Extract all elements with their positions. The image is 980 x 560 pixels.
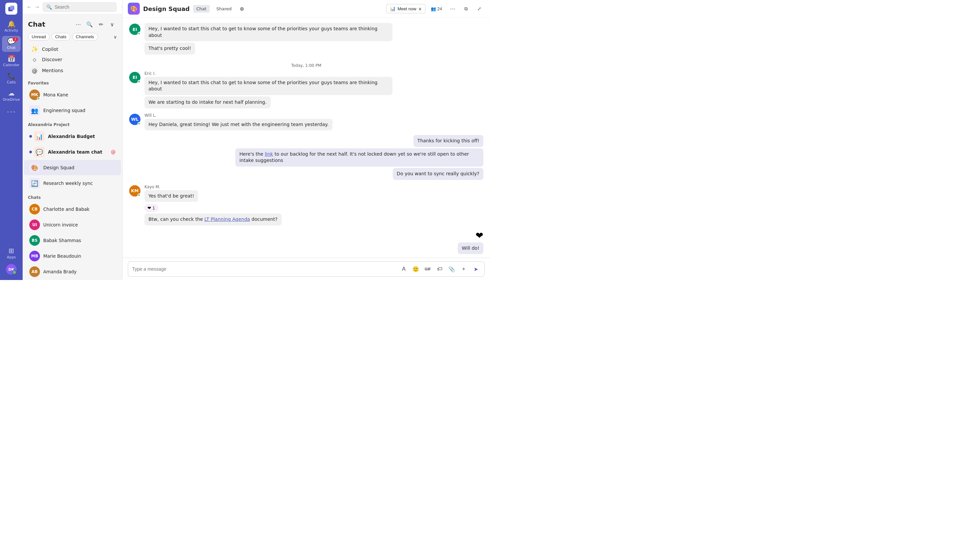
msg-content-eric: Eric I. Hey, I wanted to start this chat… [144,71,393,108]
backlog-link[interactable]: link [265,151,273,157]
chat-item-engineering[interactable]: 👥 Engineering squad [24,103,121,118]
alex-team-name: Alexandria team chat [48,149,107,155]
engineering-avatar: 👥 [29,105,40,116]
online-indicator [137,32,140,35]
chat-more-button[interactable]: ⋯ [447,3,458,14]
copilot-item[interactable]: ✨ Copilot [25,43,119,55]
message-group-will: WL Will L. Hey Daniela, great timing! We… [129,113,483,131]
project-label: Alexandria Project [23,118,122,128]
teams-logo[interactable] [5,3,17,15]
discover-item[interactable]: ◇ Discover [25,55,119,64]
chat-item-charlotte[interactable]: CB Charlotte and Babak [24,202,121,217]
online-indicator-will [137,122,140,125]
expand-button[interactable]: ⤢ [474,3,485,14]
mentions-label: Mentions [42,68,63,73]
filter-expand-button[interactable]: ∨ [114,34,117,40]
chat-item-alex-team[interactable]: 💬 Alexandria team chat @ [24,144,121,160]
gif-button[interactable]: GIF [423,264,432,274]
messages-area: EI Hey, I wanted to start this chat to g… [122,18,490,258]
sidebar-actions: ⋯ 🔍 ✏ ∨ [74,20,117,29]
filter-channels[interactable]: Channels [72,33,98,40]
rail-label-calendar: Calendar [3,63,19,67]
shared-tab[interactable]: Shared [213,5,235,13]
chat-item-design-squad[interactable]: 🎨 Design Squad [24,160,121,175]
msg-bubble-eric-2: We are starting to do intake for next ha… [144,97,271,108]
forward-button[interactable]: → [35,2,40,12]
participants-button[interactable]: 👥 24 [428,5,445,13]
alex-budget-name: Alexandria Budget [48,134,115,139]
msg-bubble-1a: Hey, I wanted to start this chat to get … [144,23,393,41]
search-input[interactable] [55,4,113,10]
user-avatar[interactable]: DK [6,264,17,275]
filter-chats[interactable]: Chats [52,33,70,40]
rail-label-apps: Apps [7,255,16,259]
rail-item-more[interactable]: ··· [2,107,21,118]
design-squad-avatar: 🎨 [29,162,40,173]
online-indicator-kayo [137,193,140,197]
msg-bubble-1b: That's pretty cool! [144,43,195,55]
chat-tab[interactable]: Chat [193,5,210,13]
rail-item-calls[interactable]: 📞 Calls [2,70,21,87]
sidebar: ← → 🔍 ⋯ DK − □ ✕ Chat ⋯ 🔍 ✏ ∨ [23,0,122,280]
sticker-button[interactable]: 🏷 [435,264,445,274]
charlotte-avatar: CB [29,204,40,215]
sidebar-search-button[interactable]: 🔍 [85,20,94,29]
chat-item-marie[interactable]: MB Marie Beaudouin [24,248,121,264]
msg-avatar-will: WL [129,114,140,125]
msg-content-self1: Thanks for kicking this off! Here's the … [235,135,483,180]
chat-item-unicorn[interactable]: UI Unicorn invoice [24,217,121,232]
amanda-name: Amanda Brady [43,269,115,274]
reaction-heart[interactable]: ❤ 1 [144,205,158,212]
popout-button[interactable]: ⧉ [461,3,472,14]
chat-item-alex-budget[interactable]: 📊 Alexandria Budget [24,129,121,144]
calls-icon: 📞 [7,72,16,79]
rail-item-chat[interactable]: 💬 2 Chat [2,36,21,52]
calendar-icon: 📅 [7,55,16,62]
msg-content-earlier: Hey, I wanted to start this chat to get … [144,23,393,55]
chats-label: Chats [23,191,122,201]
sidebar-expand-button[interactable]: ∨ [107,20,117,29]
emoji-button[interactable]: 🙂 [411,264,420,274]
alex-team-avatar: 💬 [34,147,45,157]
user-initials: DK [8,267,14,272]
rail-bottom: ⊞ Apps DK [2,245,21,277]
add-tab-button[interactable]: ⊕ [238,4,245,13]
chat-item-mona[interactable]: MK Mona Kane [24,87,121,102]
attach-button[interactable]: 📎 [447,264,457,274]
svg-rect-2 [10,6,14,10]
send-button[interactable]: ➤ [471,264,480,274]
lt-planning-link[interactable]: LT Planning Agenda [204,217,250,222]
rail-item-calendar[interactable]: 📅 Calendar [2,53,21,69]
online-indicator-ei [137,80,140,83]
mentions-item[interactable]: @ Mentions [25,65,119,77]
research-avatar: 🔄 [29,178,40,188]
teams-label: Teams and channels [23,280,122,280]
add-button[interactable]: + [459,264,468,274]
chat-item-babak[interactable]: BS Babak Shammas [24,233,121,248]
filter-unread[interactable]: Unread [28,33,50,40]
rail-item-activity[interactable]: 🔔 Activity [2,18,21,35]
unicorn-name: Unicorn invoice [43,222,115,227]
rail-item-onedrive[interactable]: ☁ OneDrive [2,88,21,104]
back-button[interactable]: ← [27,2,32,12]
engineering-name: Engineering squad [43,108,115,113]
rail-item-apps[interactable]: ⊞ Apps [2,245,21,262]
audio-bars-icon: 📊 [390,6,395,11]
chat-header: 🎨 Design Squad Chat Shared ⊕ 📊 Meet now … [122,0,490,18]
message-input[interactable] [132,267,396,272]
chat-item-amanda[interactable]: AB Amanda Brady [24,264,121,279]
message-group-eric: EI Eric I. Hey, I wanted to start this c… [129,71,483,108]
message-group-self2: ❤️ Will do! [129,230,483,254]
meet-now-button[interactable]: 📊 Meet now ∨ [386,4,425,13]
mention-badge: @ [111,149,115,155]
more-options-button[interactable]: ⋯ [119,2,122,12]
more-icon: ··· [7,108,16,116]
msg-avatar-ei2: EI [129,72,140,83]
chat-item-research[interactable]: 🔄 Research weekly sync [24,176,121,191]
sidebar-more-button[interactable]: ⋯ [74,20,83,29]
main-area: 🎨 Design Squad Chat Shared ⊕ 📊 Meet now … [122,0,490,280]
format-button[interactable]: A [399,264,408,274]
new-chat-button[interactable]: ✏ [96,20,105,29]
unread-dot2 [29,151,32,153]
message-group-self1: Thanks for kicking this off! Here's the … [129,135,483,180]
